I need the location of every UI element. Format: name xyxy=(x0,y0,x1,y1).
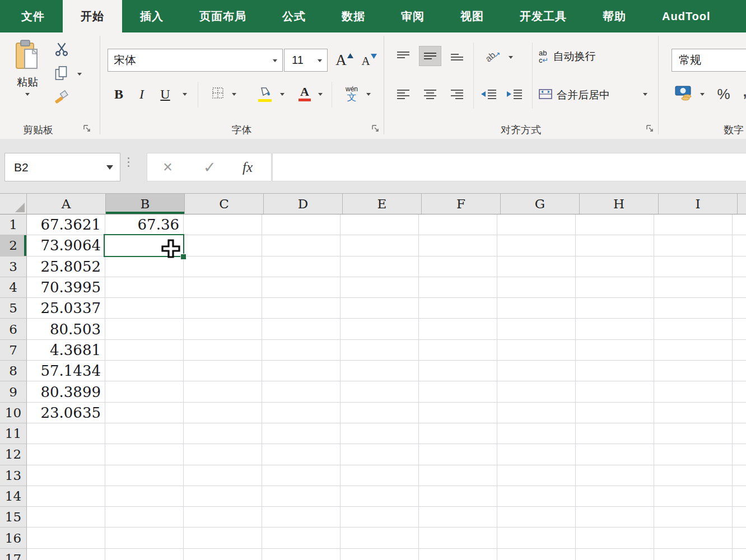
cell-C4[interactable] xyxy=(184,277,262,298)
cell-E12[interactable] xyxy=(341,444,419,465)
cell-A4[interactable]: 70.3995 xyxy=(27,277,105,298)
cell-F12[interactable] xyxy=(419,444,497,465)
cell-F11[interactable] xyxy=(419,423,497,444)
phonetic-guide-button[interactable]: wén 文 xyxy=(339,81,364,106)
cell-I6[interactable] xyxy=(654,319,733,339)
column-header-A[interactable]: A xyxy=(27,194,106,214)
row-header-15[interactable]: 15 xyxy=(0,507,27,528)
cell-I9[interactable] xyxy=(654,381,733,402)
row-header-2[interactable]: 2 xyxy=(0,235,27,256)
cell-G6[interactable] xyxy=(497,319,576,339)
cell-D7[interactable] xyxy=(262,340,341,361)
cell-D2[interactable] xyxy=(262,235,341,256)
align-left-button[interactable] xyxy=(392,84,414,104)
insert-function-icon[interactable]: fx xyxy=(243,160,253,175)
row-header-10[interactable]: 10 xyxy=(0,403,27,423)
cell-I5[interactable] xyxy=(654,298,733,319)
cell-D9[interactable] xyxy=(262,381,341,402)
cell-F10[interactable] xyxy=(419,403,497,423)
cell-C5[interactable] xyxy=(184,298,262,319)
cell-G17[interactable] xyxy=(497,549,576,560)
align-middle-button[interactable] xyxy=(419,46,441,66)
clipboard-dialog-launcher[interactable] xyxy=(83,124,91,133)
cell-I15[interactable] xyxy=(654,507,733,528)
cell-A13[interactable] xyxy=(27,465,105,486)
accounting-format-button[interactable] xyxy=(673,82,697,106)
cell-B2[interactable] xyxy=(105,235,184,256)
tab-审阅[interactable]: 审阅 xyxy=(383,0,442,32)
tab-AudTool[interactable]: AudTool xyxy=(644,0,729,32)
cell-H5[interactable] xyxy=(576,298,654,319)
cell-C13[interactable] xyxy=(184,465,262,486)
cell-H17[interactable] xyxy=(576,549,654,560)
cell-A10[interactable]: 23.0635 xyxy=(27,403,105,423)
cut-button[interactable] xyxy=(52,41,72,59)
wrap-text-button[interactable]: ab c↵ 自动换行 xyxy=(539,45,595,68)
cell-C11[interactable] xyxy=(184,423,262,444)
cell-B9[interactable] xyxy=(105,381,184,402)
cell-H7[interactable] xyxy=(576,340,654,361)
merge-center-button[interactable]: 合并后居中 xyxy=(539,84,610,106)
cell-B8[interactable] xyxy=(105,361,184,381)
cell-H4[interactable] xyxy=(576,277,654,298)
cell-I2[interactable] xyxy=(654,235,733,256)
font-color-button[interactable]: A xyxy=(293,82,316,105)
cell-A8[interactable]: 57.1434 xyxy=(27,361,105,381)
cell-D13[interactable] xyxy=(262,465,341,486)
cell-B17[interactable] xyxy=(105,549,184,560)
cell-H12[interactable] xyxy=(576,444,654,465)
comma-style-button[interactable]: , xyxy=(738,78,746,101)
cell-H8[interactable] xyxy=(576,361,654,381)
cell-F7[interactable] xyxy=(419,340,497,361)
cell-D14[interactable] xyxy=(262,486,341,507)
cell-D3[interactable] xyxy=(262,256,341,277)
cell-G12[interactable] xyxy=(497,444,576,465)
cell-B10[interactable] xyxy=(105,403,184,423)
cell-B1[interactable]: 67.36 xyxy=(105,214,184,235)
column-header-E[interactable]: E xyxy=(343,194,422,214)
cell-B3[interactable] xyxy=(105,256,184,277)
row-header-9[interactable]: 9 xyxy=(0,381,27,402)
cell-I17[interactable] xyxy=(654,549,733,560)
cell-B11[interactable] xyxy=(105,423,184,444)
font-name-dropdown-arrow-icon[interactable] xyxy=(273,59,277,62)
paste-dropdown-arrow-icon[interactable] xyxy=(25,93,30,96)
cell-C12[interactable] xyxy=(184,444,262,465)
cell-A11[interactable] xyxy=(27,423,105,444)
cell-G11[interactable] xyxy=(497,423,576,444)
cell-C8[interactable] xyxy=(184,361,262,381)
cell-I3[interactable] xyxy=(654,256,733,277)
cell-E2[interactable] xyxy=(341,235,419,256)
cell-A15[interactable] xyxy=(27,507,105,528)
cell-G1[interactable] xyxy=(497,214,576,235)
merge-dropdown-arrow-icon[interactable] xyxy=(643,93,647,96)
cell-G3[interactable] xyxy=(497,256,576,277)
cell-C2[interactable] xyxy=(184,235,262,256)
align-center-button[interactable] xyxy=(419,84,441,104)
cell-E9[interactable] xyxy=(341,381,419,402)
cell-H16[interactable] xyxy=(576,528,654,548)
cell-B14[interactable] xyxy=(105,486,184,507)
cell-F16[interactable] xyxy=(419,528,497,548)
cell-C14[interactable] xyxy=(184,486,262,507)
font-size-combo[interactable]: 11 xyxy=(284,49,328,72)
cell-B16[interactable] xyxy=(105,528,184,548)
cell-A16[interactable] xyxy=(27,528,105,548)
tab-开始[interactable]: 开始 xyxy=(63,0,122,32)
column-header-G[interactable]: G xyxy=(501,194,580,214)
cell-D11[interactable] xyxy=(262,423,341,444)
cell-H3[interactable] xyxy=(576,256,654,277)
cell-C17[interactable] xyxy=(184,549,262,560)
italic-button[interactable]: I xyxy=(133,83,150,105)
tab-插入[interactable]: 插入 xyxy=(122,0,181,32)
font-size-dropdown-arrow-icon[interactable] xyxy=(318,59,322,62)
cell-H6[interactable] xyxy=(576,319,654,339)
align-right-button[interactable] xyxy=(446,84,468,104)
cell-F15[interactable] xyxy=(419,507,497,528)
cell-H13[interactable] xyxy=(576,465,654,486)
borders-button[interactable] xyxy=(208,84,227,104)
cell-F8[interactable] xyxy=(419,361,497,381)
font-dialog-launcher[interactable] xyxy=(371,124,380,133)
cell-I10[interactable] xyxy=(654,403,733,423)
column-header-B[interactable]: B xyxy=(106,194,185,214)
